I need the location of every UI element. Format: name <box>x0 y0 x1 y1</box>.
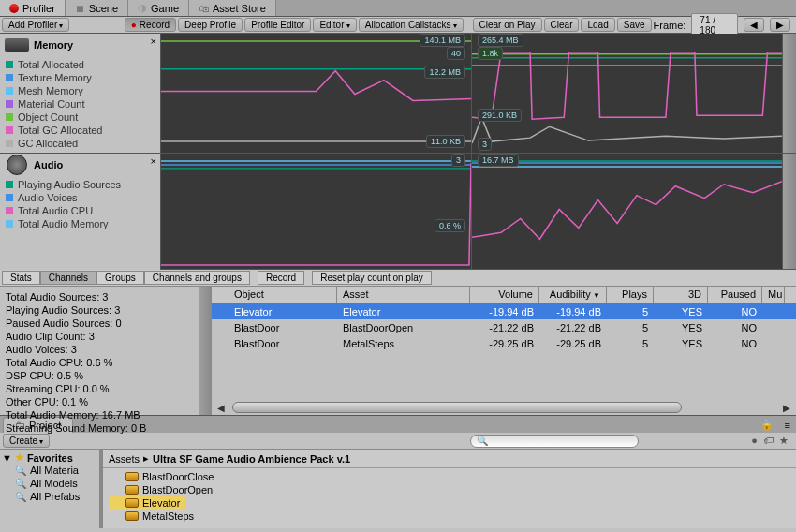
filter-label-icon[interactable]: 🏷 <box>763 435 774 447</box>
aud-badge: 3 <box>451 154 465 167</box>
asset-item[interactable]: BlastDoorOpen <box>109 483 790 496</box>
audio-graph-left[interactable]: 3 0.6 % <box>161 154 472 269</box>
legend-item[interactable]: Object Count <box>6 111 155 124</box>
stat-line: Streaming Sound Memory: 0 B <box>6 421 206 435</box>
mem-badge: 11.0 KB <box>426 135 465 148</box>
reset-play-count-button[interactable]: Reset play count on play <box>312 271 432 285</box>
mem-badge: 1.8k <box>478 47 503 60</box>
create-dropdown[interactable]: Create <box>3 434 50 448</box>
graph-scrollbar[interactable] <box>783 154 796 269</box>
th-3d[interactable]: 3D <box>654 287 708 303</box>
frame-label: Frame: <box>654 20 686 31</box>
th-mu[interactable]: Mu <box>762 287 785 303</box>
audio-pane-close-icon[interactable]: × <box>151 155 156 167</box>
search-icon: 🔍 <box>15 479 26 489</box>
search-icon: 🔍 <box>15 492 26 502</box>
audio-asset-icon <box>125 511 139 521</box>
audio-detail-tabs: Stats Channels Groups Channels and group… <box>0 270 796 287</box>
memory-graph-left[interactable]: 140.1 MB 40 12.2 MB 11.0 KB <box>161 34 472 153</box>
th-audibility[interactable]: Audibility <box>539 287 607 303</box>
memory-graph-right[interactable]: 265.4 MB 1.8k 291.0 KB 3 <box>472 34 783 153</box>
legend-item[interactable]: Playing Audio Sources <box>6 178 155 191</box>
editor-dropdown[interactable]: Editor <box>313 18 356 32</box>
hscroll-left-icon[interactable]: ◀ <box>217 403 225 413</box>
hscroll-thumb[interactable] <box>232 402 682 413</box>
th-volume[interactable]: Volume <box>470 287 539 303</box>
legend-item[interactable]: Total Audio CPU <box>6 204 155 217</box>
th-object[interactable]: Object <box>212 287 337 303</box>
allocation-callstacks-dropdown[interactable]: Allocation Callstacks <box>359 18 464 32</box>
asset-item[interactable]: MetalSteps <box>109 510 790 523</box>
tab-profiler[interactable]: Profiler <box>0 0 66 16</box>
channels-table-header: Object Asset Volume Audibility Plays 3D … <box>212 287 796 303</box>
deep-profile-button[interactable]: Deep Profile <box>178 18 243 32</box>
favorite-item[interactable]: 🔍All Prefabs <box>2 490 97 503</box>
stats-scrollbar[interactable] <box>199 287 212 415</box>
th-paused[interactable]: Paused <box>708 287 762 303</box>
legend-item[interactable]: Total Audio Memory <box>6 217 155 230</box>
graph-scrollbar[interactable] <box>783 34 796 153</box>
asset-item[interactable]: BlastDoorClose <box>109 470 790 483</box>
tab-assetstore[interactable]: 🛍Asset Store <box>189 0 276 16</box>
legend-item[interactable]: Total Allocated <box>6 58 155 71</box>
stat-line: Audio Voices: 3 <box>6 343 206 356</box>
memory-pane-close-icon[interactable]: × <box>151 36 156 47</box>
profiler-icon <box>9 4 19 13</box>
audio-asset-icon <box>125 485 139 495</box>
tab-stats[interactable]: Stats <box>2 271 40 285</box>
record-button[interactable]: Record <box>125 18 176 32</box>
favorites-header[interactable]: ▼★Favorites <box>2 451 97 464</box>
profile-editor-button[interactable]: Profile Editor <box>244 18 311 32</box>
favorite-item[interactable]: 🔍All Models <box>2 477 97 490</box>
stat-line: DSP CPU: 0.5 % <box>6 369 206 382</box>
search-icon: 🔍 <box>477 436 488 446</box>
scene-icon: ⏹ <box>75 3 85 14</box>
panel-menu-icon[interactable]: ≡ <box>779 418 796 433</box>
legend-item[interactable]: GC Allocated <box>6 137 155 150</box>
table-row[interactable]: BlastDoorMetalSteps -29.25 dB-29.25 dB 5… <box>212 335 796 351</box>
tab-record[interactable]: Record <box>258 271 304 285</box>
add-profiler-dropdown[interactable]: Add Profiler <box>2 18 69 32</box>
tab-channels-groups[interactable]: Channels and groups <box>144 271 250 285</box>
mem-badge: 40 <box>447 47 465 60</box>
save-button[interactable]: Save <box>617 18 652 32</box>
legend-item[interactable]: Total GC Allocated <box>6 124 155 137</box>
stat-line: Other CPU: 0.1 % <box>6 395 206 408</box>
table-row[interactable]: ElevatorElevator -19.94 dB-19.94 dB 5YES… <box>212 303 796 319</box>
th-asset[interactable]: Asset <box>337 287 470 303</box>
load-button[interactable]: Load <box>581 18 614 32</box>
lock-icon[interactable]: 🔒 <box>755 417 779 433</box>
mem-badge: 140.1 MB <box>420 34 465 47</box>
tab-game[interactable]: ◑Game <box>128 0 189 16</box>
asset-item[interactable]: Elevator <box>109 496 185 510</box>
th-plays[interactable]: Plays <box>607 287 654 303</box>
tab-scene[interactable]: ⏹Scene <box>66 0 128 16</box>
legend-item[interactable]: Mesh Memory <box>6 84 155 97</box>
frame-next-button[interactable]: ▶ <box>770 18 790 32</box>
filter-icon[interactable]: ● <box>751 435 758 447</box>
audio-speaker-icon <box>4 156 30 173</box>
tab-groups[interactable]: Groups <box>96 271 144 285</box>
favorite-item[interactable]: 🔍All Materia <box>2 464 97 477</box>
search-icon: 🔍 <box>15 466 26 476</box>
mem-badge: 291.0 KB <box>478 109 522 122</box>
frame-prev-button[interactable]: ◀ <box>744 18 764 32</box>
clear-on-play-button[interactable]: Clear on Play <box>473 18 542 32</box>
memory-chip-icon <box>4 37 30 53</box>
audio-asset-icon <box>125 498 139 508</box>
table-row[interactable]: BlastDoorBlastDoorOpen -21.22 dB-21.22 d… <box>212 319 796 335</box>
project-search-input[interactable]: 🔍 <box>470 435 639 448</box>
audio-title: Audio <box>34 159 63 170</box>
project-breadcrumb[interactable]: Assets▸Ultra SF Game Audio Ambience Pack… <box>103 450 796 468</box>
legend-item[interactable]: Material Count <box>6 97 155 111</box>
clear-button[interactable]: Clear <box>544 18 580 32</box>
filter-star-icon[interactable]: ★ <box>779 435 789 447</box>
audio-graph-right[interactable]: 16.7 MB <box>472 154 783 269</box>
stat-line: Audio Clip Count: 3 <box>6 330 206 343</box>
stat-line: Playing Audio Sources: 3 <box>6 303 206 317</box>
legend-item[interactable]: Texture Memory <box>6 71 155 84</box>
hscroll-right-icon[interactable]: ▶ <box>783 403 790 413</box>
audio-asset-icon <box>125 472 139 481</box>
legend-item[interactable]: Audio Voices <box>6 191 155 204</box>
tab-channels[interactable]: Channels <box>40 271 96 285</box>
